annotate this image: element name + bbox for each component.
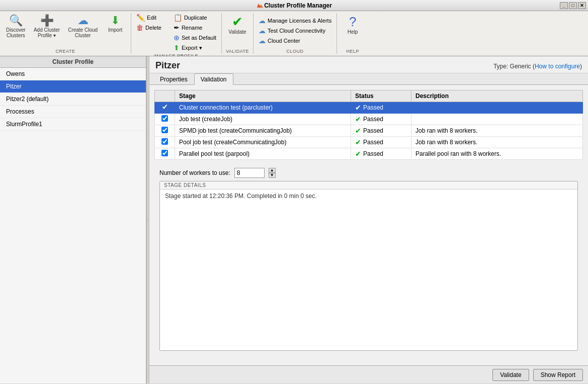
rename-label: Rename (182, 25, 203, 31)
workers-increment-button[interactable]: ▲ (269, 168, 276, 173)
row-checkbox[interactable] (155, 148, 175, 160)
col-desc: Description (411, 90, 583, 102)
sidebar-item-owens[interactable]: Owens (0, 68, 146, 80)
row-status: ✔ Passed (351, 148, 411, 160)
workers-input[interactable] (234, 168, 265, 178)
content-area: Pitzer Type: Generic (How to configure) … (149, 56, 588, 383)
validation-table: Stage Status Description Cluster connect… (154, 90, 583, 160)
toolbar-group-cloud: ☁ Manage Licenses & Alerts ☁ Test Cloud … (254, 13, 337, 54)
toolbar-group-validate: ✔ Validate VALIDATE (222, 13, 254, 54)
table-row[interactable]: Pool job test (createCommunicatingJob) ✔… (155, 137, 583, 148)
row-desc: Job ran with 8 workers. (411, 125, 583, 137)
status-check-icon: ✔ (355, 127, 361, 135)
cloud-group-label: CLOUD (287, 48, 304, 54)
content-title: Pitzer (155, 60, 180, 71)
duplicate-label: Duplicate (184, 15, 207, 21)
validation-area: Stage Status Description Cluster connect… (149, 85, 588, 365)
test-cloud-label: Test Cloud Connectivity (268, 28, 325, 34)
add-cluster-profile-label: Add Cluster Profile ▾ (34, 27, 60, 38)
col-status: Status (351, 90, 411, 102)
create-group-label: CREATE (56, 48, 75, 54)
import-icon: ⬇ (111, 15, 120, 26)
sidebar-item-processes[interactable]: Processes (0, 106, 146, 118)
table-row[interactable]: Job test (createJob) ✔ Passed (155, 114, 583, 125)
sidebar-item-pitzer[interactable]: Pitzer (0, 80, 146, 93)
row-checkbox[interactable] (155, 102, 175, 114)
row-status: ✔ Passed (351, 137, 411, 148)
rename-button[interactable]: ✒ Rename (172, 23, 205, 32)
export-label: Export ▾ (182, 45, 202, 51)
create-cloud-cluster-button[interactable]: ☁ Create Cloud Cluster (65, 13, 101, 40)
content-type: Type: Generic (How to configure) (493, 63, 582, 70)
create-cloud-cluster-label: Create Cloud Cluster (68, 27, 98, 38)
cloud-center-icon: ☁ (259, 37, 266, 45)
close-button[interactable]: ✕ (578, 2, 586, 9)
window-controls[interactable]: _ □ ✕ (560, 2, 586, 9)
status-check-icon: ✔ (355, 115, 361, 123)
set-as-default-label: Set as Default (182, 35, 216, 41)
delete-button[interactable]: 🗑 Delete (134, 23, 163, 32)
row-status: ✔ Passed (351, 114, 411, 125)
tab-properties[interactable]: Properties (153, 73, 194, 85)
validate-label: Validate (228, 29, 246, 35)
restore-button[interactable]: □ (569, 2, 577, 9)
help-button[interactable]: ? Help (340, 13, 365, 37)
status-check-icon: ✔ (355, 150, 361, 158)
tab-validation[interactable]: Validation (194, 73, 233, 85)
row-status: ✔ Passed (351, 102, 411, 114)
sidebar-item-pitzer2[interactable]: Pitzer2 (default) (0, 93, 146, 106)
row-checkbox[interactable] (155, 137, 175, 148)
table-row[interactable]: Cluster connection test (parcluster) ✔ P… (155, 102, 583, 114)
help-icon: ? (349, 15, 356, 28)
import-button[interactable]: ⬇ Import (103, 13, 128, 35)
main-layout: Cluster Profile Owens Pitzer Pitzer2 (de… (0, 56, 588, 383)
table-row[interactable]: SPMD job test (createCommunicatingJob) ✔… (155, 125, 583, 137)
manage-licenses-button[interactable]: ☁ Manage Licenses & Alerts (257, 16, 333, 25)
workers-decrement-button[interactable]: ▼ (269, 173, 276, 178)
workers-spinner[interactable]: ▲ ▼ (269, 168, 276, 178)
sidebar-header: Cluster Profile (0, 56, 146, 68)
sidebar-item-slurm[interactable]: SlurmProfile1 (0, 118, 146, 131)
edit-button[interactable]: ✏️ Edit (134, 13, 158, 22)
delete-label: Delete (145, 25, 161, 31)
row-checkbox[interactable] (155, 114, 175, 125)
how-to-configure-link[interactable]: How to configure (535, 63, 580, 70)
table-row[interactable]: Parallel pool test (parpool) ✔ Passed Pa… (155, 148, 583, 160)
rename-icon: ✒ (174, 24, 180, 32)
row-desc: Job ran with 8 workers. (411, 137, 583, 148)
discover-clusters-button[interactable]: 🔍 Discover Clusters (3, 13, 29, 40)
row-checkbox[interactable] (155, 125, 175, 137)
set-as-default-icon: ⊕ (174, 34, 180, 42)
row-stage: SPMD job test (createCommunicatingJob) (175, 125, 351, 137)
stage-details: STAGE DETAILS Stage started at 12:20:36 … (159, 181, 578, 351)
add-cluster-profile-button[interactable]: ➕ Add Cluster Profile ▾ (31, 13, 63, 40)
test-cloud-icon: ☁ (259, 27, 266, 35)
set-as-default-button[interactable]: ⊕ Set as Default (172, 33, 218, 42)
titlebar: Cluster Profile Manager _ □ ✕ (0, 0, 588, 11)
col-stage-label: Stage (175, 90, 351, 102)
stage-details-body: Stage started at 12:20:36 PM. Completed … (160, 189, 577, 350)
edit-label: Edit (147, 15, 156, 21)
cloud-center-button[interactable]: ☁ Cloud Center (257, 36, 302, 45)
toolbar-group-create: 🔍 Discover Clusters ➕ Add Cluster Profil… (0, 13, 131, 54)
create-cloud-cluster-icon: ☁ (77, 15, 89, 26)
duplicate-button[interactable]: 📋 Duplicate (172, 13, 209, 22)
minimize-button[interactable]: _ (560, 2, 568, 9)
status-check-icon: ✔ (355, 138, 361, 146)
toolbar-group-manage: ✏️ Edit 🗑 Delete 📋 Duplicate ✒ Rename (131, 13, 222, 54)
export-button[interactable]: ⬆ Export ▾ (172, 43, 204, 52)
discover-clusters-label: Discover Clusters (6, 27, 26, 38)
toolbar: 🔍 Discover Clusters ➕ Add Cluster Profil… (0, 11, 588, 56)
manage-left-group: ✏️ Edit 🗑 Delete (134, 13, 163, 32)
row-desc (411, 114, 583, 125)
discover-clusters-icon: 🔍 (9, 15, 23, 26)
edit-icon: ✏️ (136, 14, 145, 22)
validate-toolbar-button[interactable]: ✔ Validate (225, 13, 250, 37)
export-icon: ⬆ (174, 44, 180, 52)
validate-button[interactable]: Validate (492, 369, 529, 381)
show-report-button[interactable]: Show Report (533, 369, 583, 381)
test-cloud-button[interactable]: ☁ Test Cloud Connectivity (257, 26, 327, 35)
tabs: Properties Validation (149, 73, 588, 85)
row-desc: Parallel pool ran with 8 workers. (411, 148, 583, 160)
stage-details-header: STAGE DETAILS (160, 181, 577, 189)
